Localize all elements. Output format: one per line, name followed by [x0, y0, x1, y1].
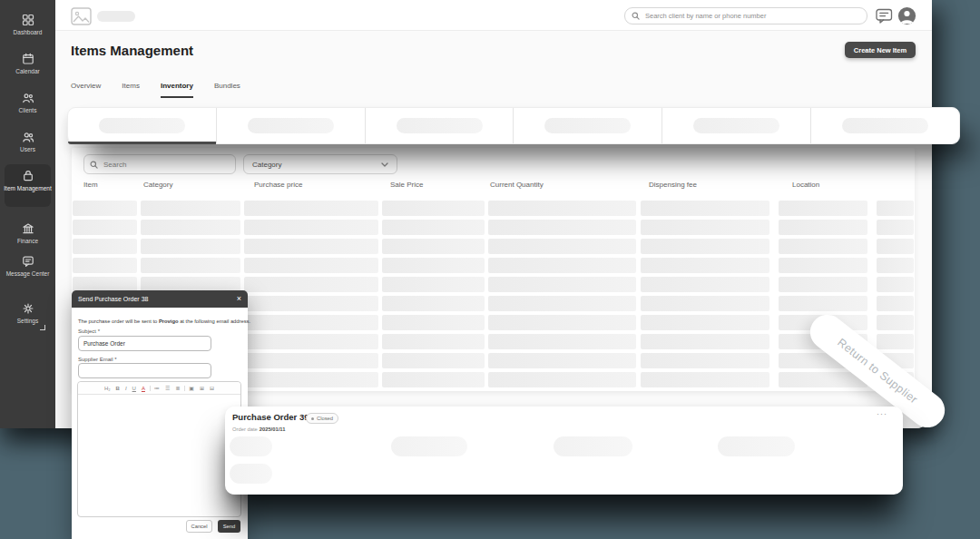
screen: Dashboard Calendar Clients Users Item Ma…: [0, 0, 980, 539]
skeleton-cell: [488, 334, 636, 349]
skeleton-cell: [382, 201, 485, 216]
skeleton-cell: [641, 353, 769, 368]
close-icon[interactable]: ×: [237, 295, 241, 303]
ordered-list-icon[interactable]: ≔: [150, 386, 161, 391]
skeleton-cell: [73, 258, 137, 273]
item-management-icon: [22, 170, 34, 182]
subtab-card[interactable]: [217, 108, 366, 143]
checklist-icon[interactable]: ≣: [174, 386, 181, 391]
column-header: Purchase price: [254, 181, 302, 189]
sidebar-item-item-management[interactable]: Item Management: [0, 170, 55, 192]
sidebar-item-label: Dashboard: [3, 29, 54, 36]
skeleton-cell: [244, 258, 378, 273]
skeleton-cell: [641, 315, 769, 330]
subtab-skeleton: [99, 118, 185, 133]
skeleton-cell: [877, 258, 914, 273]
italic-icon[interactable]: I: [124, 386, 128, 391]
tab-bundles[interactable]: Bundles: [214, 82, 240, 98]
outdent-icon[interactable]: ⊞: [199, 386, 205, 391]
skeleton-cell: [488, 372, 636, 387]
cancel-button[interactable]: Cancel: [186, 520, 212, 533]
subtab-skeleton: [397, 118, 483, 133]
indent-icon[interactable]: ⊟: [209, 386, 215, 391]
collapse-corner-icon[interactable]: [40, 325, 45, 330]
sidebar-item-clients[interactable]: Clients: [0, 92, 55, 114]
subtab-skeleton: [693, 118, 779, 133]
status-badge: Closed: [306, 413, 338, 424]
skeleton-cell: [73, 220, 137, 235]
tab-inventory[interactable]: Inventory: [161, 82, 193, 98]
heading-icon[interactable]: H₂: [103, 386, 112, 391]
tab-overview[interactable]: Overview: [71, 82, 101, 98]
clients-icon: [22, 92, 34, 104]
sidebar-item-label: Finance: [3, 238, 54, 245]
subtab-card[interactable]: [366, 108, 514, 143]
sidebar-item-label: Message Center: [3, 270, 54, 278]
skeleton-cell: [244, 220, 378, 235]
column-header: Sale Price: [390, 181, 423, 189]
bullet-list-icon[interactable]: ☰: [164, 386, 171, 391]
more-options-icon[interactable]: ···: [877, 409, 887, 418]
skeleton-cell: [641, 372, 769, 387]
sidebar-item-finance[interactable]: Finance: [0, 222, 55, 245]
sidebar-item-calendar[interactable]: Calendar: [0, 53, 55, 75]
subtab-card[interactable]: [514, 108, 662, 143]
subject-input[interactable]: [78, 336, 211, 351]
page-title: Items Management: [71, 43, 193, 58]
subtab-card-active[interactable]: [68, 108, 217, 143]
supplier-email-label: Supplier Email *: [78, 357, 117, 362]
message-center-icon: [22, 255, 34, 268]
client-search-input[interactable]: [643, 11, 860, 21]
purchase-order-title: Purchase Order 39: [232, 412, 309, 422]
subtab-card[interactable]: [662, 108, 811, 143]
purchase-order-card: Purchase Order 39 Closed Order date2025/…: [225, 407, 903, 495]
sidebar-item-users[interactable]: Users: [0, 131, 55, 153]
sidebar-item-settings[interactable]: Settings: [0, 302, 55, 325]
po-skeleton: [230, 464, 272, 484]
settings-icon: [22, 302, 34, 315]
image-icon[interactable]: ▣: [184, 386, 195, 391]
subtab-skeleton: [842, 118, 928, 133]
skeleton-cell: [779, 220, 867, 235]
skeleton-cell: [382, 372, 485, 387]
underline-icon[interactable]: U: [132, 386, 137, 391]
skeleton-cell: [488, 315, 636, 330]
tab-items[interactable]: Items: [122, 82, 140, 98]
po-skeleton: [554, 436, 632, 456]
skeleton-cell: [877, 239, 914, 254]
send-button[interactable]: Send: [218, 520, 240, 533]
category-filter-select[interactable]: Category: [243, 154, 397, 174]
skeleton-cell: [779, 296, 867, 311]
skeleton-cell: [244, 353, 378, 368]
supplier-email-input[interactable]: [78, 363, 211, 378]
skeleton-cell: [641, 296, 769, 311]
logo-placeholder-icon[interactable]: [71, 7, 92, 29]
sidebar-item-label: Settings: [3, 318, 54, 325]
table-search-input[interactable]: [102, 160, 230, 170]
skeleton-cell: [488, 220, 636, 235]
skeleton-cell: [877, 334, 914, 349]
skeleton-cell: [641, 277, 769, 292]
modal-header[interactable]: Send Purchase Order 38 ×: [72, 290, 248, 308]
create-new-item-button[interactable]: Create New Item: [845, 42, 916, 58]
users-icon: [22, 131, 34, 143]
editor-body[interactable]: [78, 395, 240, 516]
messages-icon[interactable]: [876, 8, 893, 27]
supplier-name: Provigo: [159, 318, 179, 324]
subtab-card[interactable]: [811, 108, 959, 143]
modal-title: Send Purchase Order 38: [78, 296, 148, 302]
skeleton-cell: [488, 201, 636, 216]
skeleton-cell: [382, 334, 485, 349]
skeleton-cell: [382, 315, 485, 330]
email-body-editor: H₂ B I U A ≔ ☰ ≣ ▣ ⊞ ⊟: [77, 381, 241, 517]
skeleton-cell: [779, 201, 867, 216]
skeleton-cell: [244, 334, 378, 349]
sidebar-item-message-center[interactable]: Message Center: [0, 255, 55, 278]
sidebar-item-dashboard[interactable]: Dashboard: [0, 14, 55, 36]
text-color-icon[interactable]: A: [141, 386, 146, 391]
user-avatar[interactable]: [897, 6, 916, 29]
bold-icon[interactable]: B: [115, 386, 121, 391]
skeleton-cell: [488, 258, 636, 273]
subject-label: Subject *: [78, 328, 100, 334]
sidebar-item-label: Users: [3, 146, 54, 153]
